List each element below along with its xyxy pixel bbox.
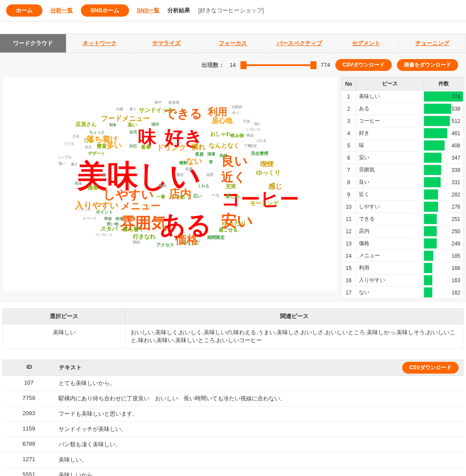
wordcloud-word[interactable]: 駐車場 (169, 100, 179, 105)
wordcloud-word[interactable]: 椅子 (155, 100, 162, 105)
wordcloud-word[interactable]: 入れる (256, 138, 267, 143)
piece-row[interactable]: 10しやすい276 (341, 201, 463, 213)
wordcloud-word[interactable]: 期間限定 (207, 234, 225, 241)
wordcloud-word[interactable]: 居心地 (212, 116, 233, 126)
text-row[interactable]: 1159サンドイッチが美味しい。 (3, 422, 463, 437)
wordcloud-word[interactable]: 安定 (250, 144, 257, 148)
wordcloud-word[interactable]: 空席 (99, 172, 106, 177)
wordcloud-word[interactable]: 香り (129, 107, 136, 112)
wordcloud-word[interactable]: 昔 (209, 159, 213, 165)
wordcloud-word[interactable]: 子供 (243, 119, 250, 124)
piece-row[interactable]: 9近く282 (341, 189, 463, 201)
wordcloud-word[interactable]: いろいろ (247, 127, 261, 132)
wordcloud-word[interactable]: 飲み物 (231, 133, 244, 139)
text-row[interactable]: 6789パン類も凄く美味しい。 (3, 437, 463, 452)
wordcloud-word[interactable]: コンセント (95, 232, 113, 237)
wordcloud-word[interactable]: つい (206, 108, 213, 112)
wordcloud-word[interactable]: サンドイッチ (139, 106, 173, 114)
wordcloud-word[interactable]: 雑誌 (133, 240, 140, 245)
wordcloud-word[interactable]: 広い (193, 193, 202, 199)
home-button[interactable]: ホーム (6, 4, 42, 17)
tab-2[interactable]: サマライズ (133, 34, 200, 52)
wordcloud-word[interactable]: ドリンク (156, 143, 186, 153)
wordcloud-word[interactable]: どこ (83, 136, 93, 143)
piece-row[interactable]: 6安い347 (341, 152, 463, 164)
wordcloud-word[interactable]: 長居 (195, 151, 204, 158)
wordcloud-word[interactable]: 出る (73, 134, 80, 139)
piece-row[interactable]: 1美味しい774 (341, 91, 463, 103)
tab-3[interactable]: フォーカス (200, 34, 266, 52)
wordcloud-word[interactable]: 食事 (141, 144, 151, 151)
wordcloud-word[interactable]: 多い (107, 140, 122, 150)
wordcloud-word[interactable]: 場所 (151, 122, 159, 127)
wordcloud-word[interactable]: くれる (198, 183, 209, 189)
wordcloud-word[interactable]: 親切 (177, 172, 184, 177)
wordcloud-word[interactable]: シンプル (58, 155, 72, 160)
wordcloud-word[interactable]: モーニング (250, 200, 278, 207)
wordcloud-word[interactable]: 種類 (179, 160, 187, 166)
sns-list-link[interactable]: SNS一覧 (137, 7, 160, 14)
piece-row[interactable]: 12店内250 (341, 225, 463, 238)
wordcloud-word[interactable]: 完全禁煙 (251, 150, 268, 157)
wordcloud-word[interactable]: メニュー (121, 200, 160, 213)
wordcloud-word[interactable]: ちょっと (89, 130, 105, 135)
wordcloud-word[interactable]: 比較的 (232, 105, 242, 109)
tab-4[interactable]: パースペクティブ (266, 34, 333, 52)
wordcloud-word[interactable]: なんとなく (209, 142, 240, 150)
wordcloud-word[interactable]: 買い物 (107, 221, 118, 227)
text-row[interactable]: 5551美味しいから。 (3, 468, 463, 476)
wordcloud-word[interactable]: 充実 (226, 183, 236, 190)
wordcloud-word[interactable]: デザート (88, 150, 105, 157)
wordcloud-word[interactable]: 内装 (116, 107, 123, 112)
wordcloud-word[interactable]: フードメニュー (101, 114, 150, 123)
wordcloud-word[interactable]: 自分 (219, 153, 227, 158)
tab-0[interactable]: ワードクラウド (0, 34, 66, 52)
wordcloud-word[interactable]: 楽しみ (226, 193, 240, 200)
wordcloud-word[interactable]: 職場 (75, 181, 82, 186)
piece-row[interactable]: 7雰囲気339 (341, 164, 463, 176)
wordcloud-word[interactable]: 一番 (156, 194, 165, 200)
wordcloud-word[interactable]: 喫煙 (261, 160, 274, 168)
wordcloud-word[interactable]: 客層 (185, 167, 192, 172)
piece-row[interactable]: 4好き461 (341, 127, 463, 140)
wordcloud-word[interactable]: 特に (254, 122, 261, 126)
text-row[interactable]: 2093フードも美味しいと思います。 (3, 406, 463, 422)
piece-table[interactable]: No ピース 件数 1美味しい7742ある5393コーヒー5124好き4615味… (341, 77, 463, 299)
wordcloud-word[interactable]: 高い (128, 122, 137, 128)
count-slider[interactable] (241, 64, 316, 66)
text-row[interactable]: 107とても美味しいから。 (3, 376, 463, 391)
wordcloud-word[interactable]: 接客 (88, 184, 98, 192)
wordcloud-word[interactable]: おしゃれ (210, 130, 231, 138)
tab-6[interactable]: チューニング (400, 34, 466, 52)
wordcloud-word[interactable]: アクセス (156, 242, 174, 248)
wordcloud-word[interactable]: 一人 (212, 192, 219, 198)
wordcloud-word[interactable]: 商品 (247, 133, 254, 138)
piece-row[interactable]: 2ある539 (341, 103, 463, 115)
wordcloud-word[interactable]: とても (64, 141, 74, 146)
wordcloud-word[interactable]: 品質 (206, 172, 213, 177)
wordcloud-word[interactable]: 清潔 (207, 151, 215, 157)
piece-row[interactable]: 16入りやすい163 (341, 274, 463, 287)
piece-row[interactable]: 15利用166 (341, 262, 463, 274)
csv-download-button[interactable]: CSVダウンロード (335, 59, 392, 71)
wordcloud-word[interactable]: 慣れ (191, 143, 205, 152)
wordcloud-word[interactable]: 過ごせる (219, 227, 238, 233)
wordcloud-word[interactable]: バランス (77, 207, 91, 212)
wordcloud-word[interactable]: ポイント (96, 209, 113, 215)
tab-1[interactable]: ネットワーク (66, 34, 133, 52)
wordcloud-word[interactable]: ちょうど (183, 240, 200, 246)
wordcloud-word[interactable]: 自宅 (129, 130, 137, 135)
wordcloud-word[interactable]: 合っ (232, 110, 239, 115)
piece-row[interactable]: 11できる251 (341, 213, 463, 225)
wordcloud-word[interactable]: ゆっくり (256, 169, 281, 177)
wordcloud-word[interactable]: 落ち着く (123, 226, 144, 233)
text-csv-download-button[interactable]: CSVダウンロード (402, 362, 459, 374)
wordcloud-word[interactable]: いつも (172, 194, 185, 200)
piece-row[interactable]: 3コーヒー512 (341, 115, 463, 127)
wordcloud-word[interactable]: 感じ (268, 182, 282, 191)
wordcloud-canvas[interactable]: 美味しいあるコーヒー好き味安い雰囲気良い近くしやすいできる店内価格メニュー利用入… (3, 77, 337, 291)
text-row[interactable]: 1271美味しい。 (3, 452, 463, 468)
tab-5[interactable]: セグメント (333, 34, 399, 52)
piece-row[interactable]: 5味408 (341, 140, 463, 152)
text-row[interactable]: 7759駅構内にあり待ち合わせに丁度良い おいしい 長い時間いても冷たい視線に合… (3, 391, 463, 406)
